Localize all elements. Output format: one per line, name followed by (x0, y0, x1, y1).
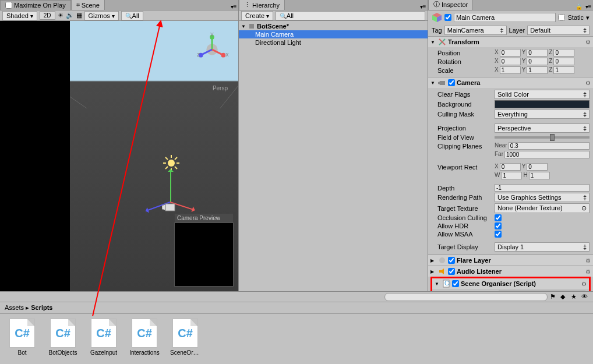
light-icon[interactable]: ☀ (58, 12, 63, 19)
svg-text:z: z (197, 51, 200, 58)
lock-icon[interactable]: 🔒 (574, 3, 584, 10)
component-gear-icon[interactable]: ⚙ (585, 39, 591, 45)
foldout-arrow-icon[interactable]: ▼ (430, 40, 436, 45)
static-dropdown-arrow-icon[interactable]: ▾ (586, 14, 590, 22)
breadcrumb-assets[interactable]: Assets (5, 304, 24, 311)
rotation-x-field[interactable] (500, 58, 521, 65)
allow-hdr-checkbox[interactable] (495, 222, 502, 229)
rotation-z-field[interactable] (553, 58, 574, 65)
component-gear-icon[interactable]: ⚙ (585, 268, 591, 275)
project-search[interactable] (384, 293, 548, 301)
shaded-dropdown[interactable]: Shaded ▾ (2, 11, 37, 20)
foldout-arrow-icon[interactable]: ▶ (430, 258, 436, 263)
tag-dropdown[interactable]: MainCamera‡ (444, 26, 507, 35)
scene-view[interactable]: y x z Persp (0, 21, 238, 291)
scene-render-area[interactable]: y x z Persp (70, 21, 238, 291)
gizmos-dropdown[interactable]: Gizmos ▾ (84, 11, 119, 20)
rotation-y-field[interactable] (527, 58, 548, 65)
position-y-field[interactable] (527, 49, 548, 56)
foldout-arrow-icon[interactable]: ▶ (430, 269, 436, 274)
transform-header[interactable]: ▼ Transform ⚙ (428, 37, 593, 47)
hierarchy-tab[interactable]: ⋮Hierarchy (239, 0, 285, 10)
breadcrumb-scripts[interactable]: Scripts (31, 304, 52, 311)
target-display-dropdown[interactable]: Display 1‡ (495, 242, 590, 252)
panel-menu-icon[interactable]: ▾≡ (584, 3, 593, 10)
depth-field[interactable] (495, 184, 590, 192)
audio-listener-header[interactable]: ▶ Audio Listener ⚙ (428, 266, 593, 277)
flare-enabled-checkbox[interactable] (448, 257, 455, 264)
projection-dropdown[interactable]: Perspective‡ (495, 123, 590, 133)
target-texture-field[interactable]: None (Render Texture)⊙ (495, 203, 590, 213)
filter-icon[interactable]: ⚑ (550, 293, 558, 301)
scale-y-field[interactable] (527, 66, 548, 74)
camera-enabled-checkbox[interactable] (448, 79, 455, 86)
scene-organiser-header[interactable]: ▼ C# Scene Organiser (Script) ⚙ (432, 278, 589, 289)
script-enabled-checkbox[interactable] (452, 280, 459, 287)
flare-layer-header[interactable]: ▶ Flare Layer ⚙ (428, 255, 593, 266)
maximize-checkbox[interactable] (5, 2, 12, 9)
file-item[interactable]: C#GazeInput (89, 319, 119, 359)
gameobject-cube-icon[interactable] (432, 12, 442, 23)
viewport-y-field[interactable] (527, 163, 548, 171)
scale-z-field[interactable] (553, 66, 574, 74)
hierarchy-search[interactable]: 🔍All (276, 11, 425, 20)
position-z-field[interactable] (553, 49, 574, 56)
component-gear-icon[interactable]: ⚙ (585, 257, 591, 264)
mode-2d-toggle[interactable]: 2D (40, 11, 55, 20)
camera-component: ▼ Camera ⚙ Clear FlagsSolid Color‡ Backg… (428, 77, 593, 255)
hierarchy-item-directional-light[interactable]: Directional Light (239, 38, 428, 47)
fov-slider[interactable] (495, 136, 590, 139)
hierarchy-body[interactable]: ▼ BotScene* Main Camera Directional Ligh… (239, 21, 428, 291)
filter-type-icon[interactable]: ◆ (560, 293, 569, 301)
search-all-dropdown[interactable]: 🔍All (121, 11, 143, 20)
hierarchy-scene-row[interactable]: ▼ BotScene* (239, 22, 428, 30)
inspector-tab[interactable]: ⓘInspector (428, 0, 473, 10)
audio-enabled-checkbox[interactable] (448, 268, 455, 275)
project-file-grid[interactable]: C#BotC#BotObjectsC#GazeInputC#Interactio… (0, 314, 593, 364)
panel-menu-icon[interactable]: ▾≡ (418, 3, 428, 10)
file-label: BotObjects (48, 349, 78, 356)
file-item[interactable]: C#Bot (7, 319, 37, 359)
viewport-x-field[interactable] (500, 163, 521, 171)
far-field[interactable] (504, 151, 590, 158)
maximize-on-play-control[interactable]: Maximize On Play (0, 0, 71, 10)
component-gear-icon[interactable]: ⚙ (581, 281, 587, 287)
viewport-w-field[interactable] (501, 172, 522, 179)
script-field[interactable]: ▦ SceneOrganiser⊙ (499, 291, 585, 291)
near-field[interactable] (509, 142, 590, 150)
file-item[interactable]: C#SceneOrga... (170, 319, 200, 359)
static-checkbox[interactable] (558, 14, 565, 21)
fx-icon[interactable]: ▦ (76, 12, 82, 19)
render-path-dropdown[interactable]: Use Graphics Settings‡ (495, 193, 590, 202)
axis-y-handle[interactable] (170, 169, 171, 202)
viewport-h-field[interactable] (529, 172, 550, 179)
scale-x-field[interactable] (500, 66, 521, 74)
position-x-field[interactable] (500, 49, 521, 56)
layer-dropdown[interactable]: Default‡ (527, 26, 590, 35)
component-gear-icon[interactable]: ⚙ (585, 80, 591, 86)
file-item[interactable]: C#Interactions (129, 319, 160, 359)
camera-gizmo-icon[interactable] (162, 203, 178, 212)
background-color-field[interactable] (495, 100, 590, 108)
scene-tab[interactable]: ⌗Scene (71, 0, 105, 10)
gameobject-name-field[interactable] (454, 13, 556, 22)
create-dropdown[interactable]: Create ▾ (241, 11, 273, 20)
gameobject-enabled-checkbox[interactable] (444, 14, 451, 21)
scene-toolbar: Shaded ▾ 2D ☀ 🔊 ▦ Gizmos ▾ 🔍All (0, 10, 238, 21)
hierarchy-item-main-camera[interactable]: Main Camera (239, 30, 428, 38)
hidden-icon[interactable]: 👁 (581, 293, 590, 301)
camera-header[interactable]: ▼ Camera ⚙ (428, 77, 593, 88)
orientation-gizmo[interactable]: y x z (195, 33, 229, 66)
culling-mask-dropdown[interactable]: Everything‡ (495, 109, 590, 119)
occlusion-checkbox[interactable] (495, 214, 502, 221)
foldout-arrow-icon[interactable]: ▼ (435, 281, 440, 287)
foldout-arrow-icon[interactable]: ▼ (430, 80, 436, 86)
clear-flags-dropdown[interactable]: Solid Color‡ (495, 90, 590, 99)
foldout-arrow-icon[interactable]: ▼ (241, 24, 248, 29)
allow-msaa-checkbox[interactable] (495, 231, 502, 238)
breadcrumb[interactable]: Assets ▸ Scripts (0, 302, 593, 314)
file-item[interactable]: C#BotObjects (48, 319, 78, 359)
audio-icon[interactable]: 🔊 (66, 12, 74, 19)
favorites-icon[interactable]: ★ (571, 293, 579, 301)
panel-menu-icon[interactable]: ▾≡ (229, 3, 238, 10)
